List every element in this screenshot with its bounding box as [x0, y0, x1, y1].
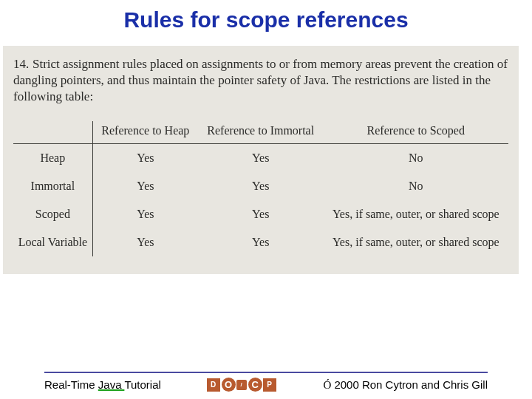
- valcell: Yes: [92, 172, 198, 200]
- row-label: Local Variable: [13, 228, 92, 256]
- valcell: Yes: [92, 228, 198, 256]
- table-header-blank: [13, 121, 92, 144]
- valcell: No: [324, 172, 509, 200]
- copyright-symbol: Ó: [323, 379, 331, 391]
- valcell: Yes: [92, 200, 198, 228]
- logo-letter-o-icon: O: [222, 378, 236, 392]
- logo-letter-p-icon: P: [263, 378, 276, 392]
- row-label: Immortal: [13, 172, 92, 200]
- valcell: Yes: [92, 144, 198, 173]
- table-header: Reference to Scoped: [324, 121, 509, 144]
- footer: Real-Time Java Tutorial D O / C P Ó 2000…: [0, 372, 532, 392]
- paragraph-text: Strict assignment rules placed on assign…: [13, 57, 508, 103]
- valcell: No: [324, 144, 509, 173]
- table-header: Reference to Immortal: [198, 121, 323, 144]
- doc-logo: D O / C P: [207, 378, 278, 392]
- table-header: Reference to Heap: [92, 121, 198, 144]
- footer-rule: [44, 372, 488, 373]
- tutorial-suffix: Tutorial: [124, 378, 160, 391]
- table-row: Local Variable Yes Yes Yes, if same, out…: [13, 228, 508, 256]
- valcell: Yes, if same, outer, or shared scope: [324, 228, 509, 256]
- logo-letter-d-icon: D: [207, 378, 220, 392]
- row-label: Scoped: [13, 200, 92, 228]
- tutorial-title: Real-Time Java Tutorial: [44, 378, 161, 391]
- logo-letter-c-icon: C: [248, 378, 262, 392]
- valcell: Yes, if same, outer, or shared scope: [324, 200, 509, 228]
- rule-paragraph: 14.Strict assignment rules placed on ass…: [13, 56, 508, 105]
- row-label: Heap: [13, 144, 92, 173]
- logo-slash-icon: /: [236, 380, 247, 390]
- item-number: 14.: [13, 56, 33, 72]
- valcell: Yes: [198, 200, 323, 228]
- scanned-content: 14.Strict assignment rules placed on ass…: [3, 46, 519, 274]
- table-header-row: Reference to Heap Reference to Immortal …: [13, 121, 508, 144]
- table-row: Scoped Yes Yes Yes, if same, outer, or s…: [13, 200, 508, 228]
- slide-title: Rules for scope references: [0, 7, 532, 33]
- valcell: Yes: [198, 172, 323, 200]
- copyright: Ó 2000 Ron Cytron and Chris Gill: [323, 378, 488, 392]
- slide: Rules for scope references 14.Strict ass…: [0, 0, 532, 399]
- valcell: Yes: [198, 228, 323, 256]
- tutorial-prefix: Real-Time: [44, 378, 98, 391]
- table-row: Heap Yes Yes No: [13, 144, 508, 173]
- table-row: Immortal Yes Yes No: [13, 172, 508, 200]
- footer-row: Real-Time Java Tutorial D O / C P Ó 2000…: [0, 378, 532, 392]
- reference-table: Reference to Heap Reference to Immortal …: [13, 121, 508, 256]
- valcell: Yes: [198, 144, 323, 173]
- copyright-text: 2000 Ron Cytron and Chris Gill: [331, 378, 488, 391]
- tutorial-link[interactable]: Java: [98, 378, 125, 391]
